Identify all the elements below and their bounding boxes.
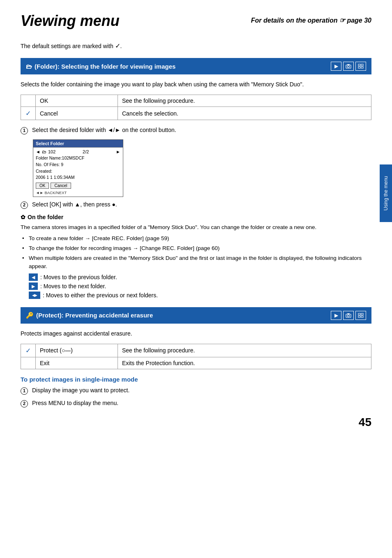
bullet-dot: • — [22, 244, 26, 252]
table-row: Exit Exits the Protection function. — [21, 357, 371, 369]
sub-heading: To protect images in single-image mode — [21, 376, 371, 383]
table-desc-1: Cancels the selection. — [118, 107, 371, 120]
grid-icon-box — [355, 62, 366, 71]
prev-arrow: ◄ — [36, 149, 40, 154]
bullet-text-1: To change the folder for recording image… — [29, 244, 220, 252]
step-2: 2 Select [OK] with ▲, then press ●. — [21, 201, 371, 209]
num-files: No. Of Files: 9 — [36, 162, 120, 168]
camera-icon-box — [343, 62, 354, 71]
check-symbol: ✓ — [115, 42, 120, 49]
table-check-0 — [21, 95, 36, 107]
page-header: Viewing menu For details on the operatio… — [21, 12, 371, 30]
screenshot-hint: ◄► BACK/NEXT — [36, 190, 120, 195]
bullet-dot: • — [22, 254, 26, 262]
protect-step-1-text: Display the image you want to protect. — [32, 387, 129, 394]
protect-option-table: ✓ Protect (○—) See the following procedu… — [21, 344, 371, 369]
protect-desc-0: See the following procedure. — [118, 344, 371, 357]
key-icon: 🔑 — [26, 312, 34, 319]
protect-step-2-text: Press MENU to display the menu. — [32, 400, 118, 406]
indicator-prev: ◀ : Moves to the previous folder. — [29, 273, 371, 281]
table-check-1: ✓ — [21, 107, 36, 120]
tip-title: ✿ On the folder — [21, 214, 371, 220]
svg-rect-9 — [347, 313, 350, 314]
cancel-btn: Cancel — [51, 183, 71, 189]
folder-name: Folder Name:102MSDCF — [36, 155, 120, 162]
protect-section-title: 🔑 (Protect): Preventing accidental erasu… — [26, 312, 153, 319]
protect-step-2: 2 Press MENU to display the menu. — [21, 400, 371, 408]
pagination: 2/2 — [83, 149, 89, 154]
svg-rect-6 — [361, 67, 363, 68]
ok-btn: OK — [36, 183, 49, 189]
folder-section-title: 🗁 (Folder): Selecting the folder for vie… — [26, 63, 175, 70]
table-row: OK See the following procedure. — [21, 95, 371, 107]
protect-section-desc: Protects images against accidental erasu… — [21, 329, 371, 338]
table-row: ✓ Cancel Cancels the selection. — [21, 107, 371, 120]
protect-check-1 — [21, 357, 36, 369]
svg-point-8 — [348, 315, 350, 317]
bullet-text-2: When multiple folders are created in the… — [29, 254, 371, 271]
folder-option-table: OK See the following procedure. ✓ Cancel… — [21, 95, 371, 120]
created-label: Created: — [36, 168, 120, 175]
check-icon: ✓ — [25, 347, 31, 354]
svg-rect-10 — [358, 313, 360, 315]
page-title: Viewing menu — [21, 12, 120, 30]
ref-page: page 30 — [347, 17, 371, 24]
next-arrow: ► — [116, 149, 120, 154]
indicator-next-text: : Moves to the next folder. — [40, 283, 106, 289]
arrow-sym: → — [85, 235, 91, 241]
folder-num: 102 — [48, 149, 55, 154]
next-folder-icon: ▶ — [29, 282, 38, 290]
prev-folder-icon: ◀ — [29, 273, 38, 281]
ref-icon: ☞ — [339, 17, 345, 24]
arrow-sym: → — [133, 245, 138, 251]
step-num-2: 2 — [21, 201, 30, 209]
protect-check-0: ✓ — [21, 344, 36, 357]
svg-rect-4 — [361, 64, 363, 66]
protect-name-0: Protect (○—) — [36, 344, 118, 357]
svg-rect-11 — [361, 313, 363, 315]
step-1: 1 Select the desired folder with ◄/► on … — [21, 127, 371, 134]
table-name-0: OK — [36, 95, 118, 107]
bullet-dot: • — [22, 234, 26, 243]
sidebar-label: Using the menu — [380, 164, 392, 222]
table-row: ✓ Protect (○—) See the following procedu… — [21, 344, 371, 357]
bullet-item-1: • To change the folder for recording ima… — [21, 244, 371, 252]
tip-gear-icon: ✿ — [21, 214, 25, 220]
folder-section-desc: Selects the folder containing the image … — [21, 80, 371, 89]
svg-rect-5 — [358, 67, 360, 68]
folder-section-header: 🗁 (Folder): Selecting the folder for vie… — [21, 58, 371, 74]
screenshot-title: Select Folder — [33, 140, 123, 147]
screenshot-info: Folder Name:102MSDCF No. Of Files: 9 Cre… — [36, 155, 120, 181]
protect-desc-1: Exits the Protection function. — [118, 357, 371, 369]
ref-text: For details on the operation — [251, 17, 338, 24]
screenshot-body: ◄ 🗁 102 2/2 ► Folder Name:102MSDCF No. O… — [33, 147, 123, 197]
svg-point-1 — [348, 66, 350, 68]
check-icon: ✓ — [25, 110, 31, 117]
date-value: 2006 1 1 1:05:34AM — [36, 174, 120, 181]
step-num-1: 1 — [21, 127, 30, 134]
indicator-next: ▶ : Moves to the next folder. — [29, 282, 371, 290]
page-reference: For details on the operation ☞ page 30 — [251, 12, 371, 24]
indicator-prev-text: : Moves to the previous folder. — [40, 274, 117, 280]
protect-play-icon: ▶ — [331, 311, 341, 320]
bullet-item-2: • When multiple folders are created in t… — [21, 254, 371, 271]
protect-section-header: 🔑 (Protect): Preventing accidental erasu… — [21, 307, 371, 324]
screenshot-nav-row: ◄ 🗁 102 2/2 ► — [36, 149, 120, 154]
svg-rect-3 — [358, 64, 360, 66]
folder-icon: 🗁 — [26, 63, 32, 70]
page-number: 45 — [359, 416, 371, 429]
play-icon-box: ▶ — [331, 62, 341, 71]
tip-section: ✿ On the folder The camera stores images… — [21, 214, 371, 299]
table-name-1: Cancel — [36, 107, 118, 120]
protect-camera-icon — [343, 311, 354, 320]
protect-grid-icon — [355, 311, 366, 320]
indicator-both-text: : Moves to either the previous or next f… — [43, 292, 158, 299]
protect-step-1: 1 Display the image you want to protect. — [21, 387, 371, 395]
tip-content: The camera stores images in a specified … — [21, 223, 371, 232]
step-1-text: Select the desired folder with ◄/► on th… — [32, 127, 176, 133]
screenshot-buttons: OK Cancel — [36, 183, 120, 189]
select-folder-screenshot: Select Folder ◄ 🗁 102 2/2 ► Folder Name:… — [33, 139, 123, 197]
protect-step-num-2: 2 — [21, 400, 30, 408]
indicator-both: ◀▶ : Moves to either the previous or nex… — [29, 292, 371, 299]
folder-icon-sm: 🗁 — [42, 149, 46, 154]
